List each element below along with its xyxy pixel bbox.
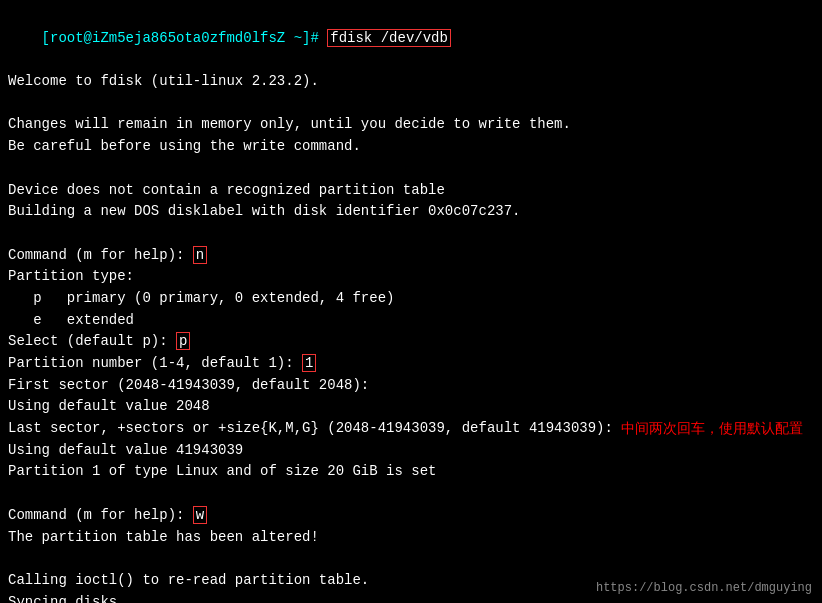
line-2: Welcome to fdisk (util-linux 2.23.2). — [8, 71, 814, 93]
line-blank-4 — [8, 483, 814, 505]
line-partition-set: Partition 1 of type Linux and of size 20… — [8, 461, 814, 483]
line-7: Device does not contain a recognized par… — [8, 180, 814, 202]
line-default-41943039: Using default value 41943039 — [8, 440, 814, 462]
input-1: 1 — [302, 354, 316, 372]
line-8: Building a new DOS disklabel with disk i… — [8, 201, 814, 223]
line-blank-3 — [8, 223, 814, 245]
input-p: p — [176, 332, 190, 350]
line-last-sector: Last sector, +sectors or +size{K,M,G} (2… — [8, 418, 814, 440]
prompt-1: [root@iZm5eja865ota0zfmd0lfsZ ~]# — [42, 30, 328, 46]
line-altered: The partition table has been altered! — [8, 527, 814, 549]
line-extended: e extended — [8, 310, 814, 332]
line-partition-num: Partition number (1-4, default 1): 1 — [8, 353, 814, 375]
line-blank-2 — [8, 158, 814, 180]
line-cmd-n: Command (m for help): n — [8, 245, 814, 267]
line-4: Changes will remain in memory only, unti… — [8, 114, 814, 136]
line-select-p: Select (default p): p — [8, 331, 814, 353]
command-highlight: fdisk /dev/vdb — [327, 29, 451, 47]
annotation-text: 中间两次回车，使用默认配置 — [621, 418, 803, 440]
input-w: w — [193, 506, 207, 524]
line-default-2048: Using default value 2048 — [8, 396, 814, 418]
line-1: [root@iZm5eja865ota0zfmd0lfsZ ~]# fdisk … — [8, 6, 814, 71]
line-5: Be careful before using the write comman… — [8, 136, 814, 158]
terminal-window: [root@iZm5eja865ota0zfmd0lfsZ ~]# fdisk … — [0, 0, 822, 603]
line-cmd-w: Command (m for help): w — [8, 505, 814, 527]
line-partition-type: Partition type: — [8, 266, 814, 288]
line-blank-5 — [8, 548, 814, 570]
line-primary: p primary (0 primary, 0 extended, 4 free… — [8, 288, 814, 310]
input-n: n — [193, 246, 207, 264]
line-blank-1 — [8, 93, 814, 115]
url-label: https://blog.csdn.net/dmguying — [596, 581, 812, 595]
last-sector-text: Last sector, +sectors or +size{K,M,G} (2… — [8, 418, 613, 440]
line-first-sector: First sector (2048-41943039, default 204… — [8, 375, 814, 397]
